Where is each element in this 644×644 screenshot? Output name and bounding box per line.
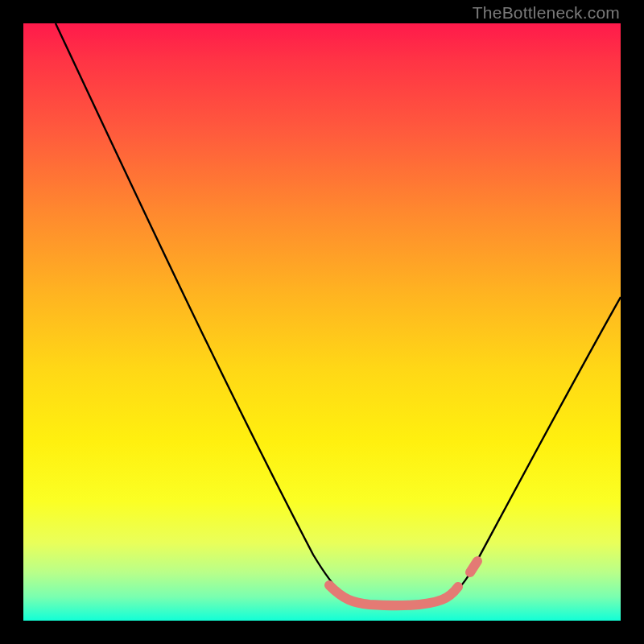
chart-stage: TheBottleneck.com — [0, 0, 644, 644]
highlight-bottom — [329, 585, 458, 605]
curve-layer — [23, 23, 621, 621]
bottleneck-curve — [56, 23, 621, 605]
plot-area — [23, 23, 621, 621]
highlight-dot-right — [470, 561, 477, 572]
watermark-text: TheBottleneck.com — [473, 3, 620, 23]
